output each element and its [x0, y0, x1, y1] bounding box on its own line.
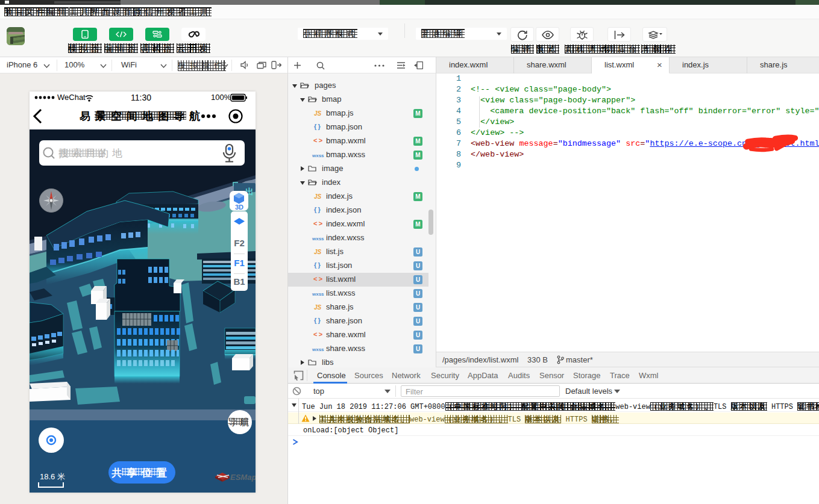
- svg-text:WeChat: WeChat: [57, 93, 86, 102]
- svg-text:18.6 米: 18.6 米: [40, 472, 65, 481]
- svg-text:ESMap: ESMap: [230, 473, 256, 482]
- svg-text:3D: 3D: [235, 204, 243, 211]
- svg-text:11:30: 11:30: [131, 93, 151, 102]
- svg-text:F2: F2: [234, 238, 245, 248]
- svg-text:B1: B1: [233, 276, 245, 287]
- svg-text:100%: 100%: [211, 93, 231, 102]
- svg-text:F1: F1: [234, 258, 245, 268]
